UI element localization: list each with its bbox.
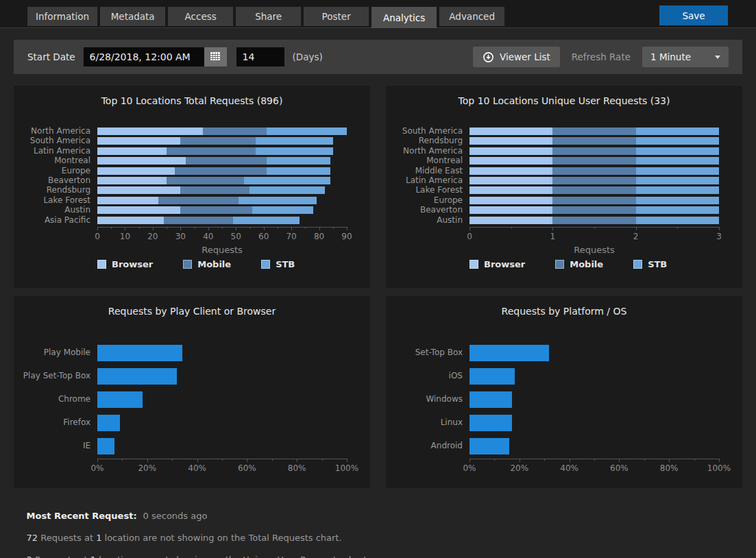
axis-tick-label: 40% bbox=[549, 463, 590, 473]
bar-segment bbox=[97, 438, 114, 454]
bar-segment bbox=[267, 167, 330, 175]
axis-minor-tick bbox=[333, 227, 334, 229]
analytics-page: Information Metadata Access Share Poster… bbox=[0, 0, 756, 558]
category-label: Windows bbox=[386, 395, 463, 404]
tab-access[interactable]: Access bbox=[168, 7, 233, 26]
tab-poster[interactable]: Poster bbox=[304, 7, 369, 26]
days-input[interactable] bbox=[236, 47, 284, 66]
axis-tick bbox=[97, 459, 98, 462]
refresh-rate-label: Refresh Rate bbox=[572, 51, 631, 62]
axis-tick bbox=[347, 459, 347, 462]
axis-tick-label: 2 bbox=[615, 232, 657, 241]
axis-tick-label: 1 bbox=[532, 232, 573, 241]
axis-minor-tick bbox=[139, 227, 140, 229]
calendar-button[interactable] bbox=[204, 47, 227, 66]
legend-swatch bbox=[470, 260, 478, 269]
bar-segment bbox=[97, 186, 180, 194]
category-label: North America bbox=[386, 147, 463, 156]
note-text: location are not showing on the Total Re… bbox=[101, 533, 341, 543]
axis-tick-label: 80% bbox=[276, 463, 317, 473]
axis-tick bbox=[520, 459, 520, 462]
tab-analytics[interactable]: Analytics bbox=[371, 7, 437, 28]
axis-tick-label: 3 bbox=[698, 232, 740, 241]
category-label: Asia Pacific bbox=[14, 216, 90, 225]
chart-panel-platform-os: Requests by Platform / OS Set-Top BoxiOS… bbox=[386, 296, 742, 488]
bar-segment bbox=[186, 157, 266, 165]
save-button[interactable]: Save bbox=[659, 5, 728, 25]
category-label: Lake Forest bbox=[386, 186, 463, 195]
bar-segment bbox=[97, 128, 203, 135]
axis-minor-tick bbox=[511, 227, 512, 229]
toolbar-right-group: Viewer List Refresh Rate 1 Minute bbox=[473, 47, 729, 67]
bar-segment bbox=[97, 137, 180, 145]
chevron-down-icon bbox=[715, 56, 720, 59]
viewer-list-button[interactable]: Viewer List bbox=[473, 47, 560, 67]
chart-panel-unique-user-requests: Top 10 Locations Unique User Requests (3… bbox=[386, 86, 742, 288]
bar-segment bbox=[470, 137, 552, 145]
category-label: Montreal bbox=[14, 156, 90, 165]
axis-minor-tick bbox=[594, 459, 595, 461]
start-date-input[interactable] bbox=[84, 47, 204, 66]
legend-swatch bbox=[555, 260, 564, 269]
chart-title: Requests by Play Client or Browser bbox=[14, 306, 370, 317]
axis-tick bbox=[719, 227, 720, 230]
category-label: Austin bbox=[386, 216, 463, 225]
tab-metadata[interactable]: Metadata bbox=[100, 7, 165, 26]
bar-segment bbox=[636, 197, 719, 204]
bar-segment bbox=[175, 167, 266, 175]
legend-item[interactable]: STB bbox=[261, 259, 295, 269]
tab-advanced[interactable]: Advanced bbox=[439, 7, 504, 26]
note-text: Requests at bbox=[32, 555, 90, 558]
legend-label: Mobile bbox=[197, 259, 231, 269]
axis-tick bbox=[570, 459, 570, 462]
axis-minor-tick bbox=[278, 227, 278, 229]
axis-tick bbox=[264, 227, 265, 230]
bar-segment bbox=[239, 197, 316, 204]
category-label: Latin America bbox=[386, 176, 463, 185]
axis-tick-label: 0% bbox=[449, 463, 490, 473]
bar-segment bbox=[470, 368, 515, 385]
legend-label: STB bbox=[648, 259, 667, 269]
legend-item[interactable]: Mobile bbox=[183, 259, 231, 269]
axis-tick bbox=[236, 227, 236, 230]
axis-tick-label: 100% bbox=[326, 463, 367, 473]
axis-tick-label: 0 bbox=[449, 232, 490, 241]
bar-segment bbox=[636, 157, 719, 165]
days-suffix-label: (Days) bbox=[293, 51, 323, 62]
axis-tick bbox=[319, 227, 320, 230]
bar-segment bbox=[552, 217, 635, 224]
note-number: 3 bbox=[27, 555, 32, 558]
chart-title: Top 10 Locations Total Requests (896) bbox=[14, 95, 370, 106]
category-label: Latin America bbox=[14, 147, 90, 156]
bar-segment bbox=[552, 206, 635, 214]
bar-segment bbox=[470, 197, 552, 204]
bar-segment bbox=[97, 147, 167, 155]
refresh-rate-dropdown[interactable]: 1 Minute bbox=[642, 47, 729, 67]
axis-tick-label: 60% bbox=[226, 463, 267, 473]
axis-tick bbox=[180, 227, 181, 230]
axis-minor-tick bbox=[694, 459, 695, 461]
bar-segment bbox=[552, 177, 635, 184]
axis-minor-tick bbox=[677, 227, 678, 229]
legend-item[interactable]: Browser bbox=[97, 259, 153, 269]
bar-segment bbox=[97, 197, 158, 204]
tab-share[interactable]: Share bbox=[236, 7, 301, 26]
legend-item[interactable]: Browser bbox=[470, 259, 525, 269]
bar-segment bbox=[167, 147, 255, 155]
bar-segment bbox=[164, 217, 233, 224]
tab-information[interactable]: Information bbox=[27, 7, 97, 26]
most-recent-request-value: 0 seconds ago bbox=[143, 511, 208, 521]
category-label: Firefox bbox=[14, 418, 90, 427]
most-recent-request-label: Most Recent Request: bbox=[27, 511, 137, 521]
axis-minor-tick bbox=[172, 459, 173, 461]
bar-segment bbox=[97, 391, 143, 408]
legend-item[interactable]: STB bbox=[633, 259, 667, 269]
bar-segment bbox=[636, 167, 719, 175]
axis-tick-label: 90 bbox=[326, 232, 367, 241]
legend-item[interactable]: Mobile bbox=[555, 259, 603, 269]
bar-segment bbox=[636, 217, 719, 224]
axis-minor-tick bbox=[305, 227, 306, 229]
bar-segment bbox=[552, 197, 635, 204]
category-label: Montreal bbox=[386, 156, 463, 165]
chart-panel-total-requests: Top 10 Locations Total Requests (896) No… bbox=[14, 86, 370, 288]
